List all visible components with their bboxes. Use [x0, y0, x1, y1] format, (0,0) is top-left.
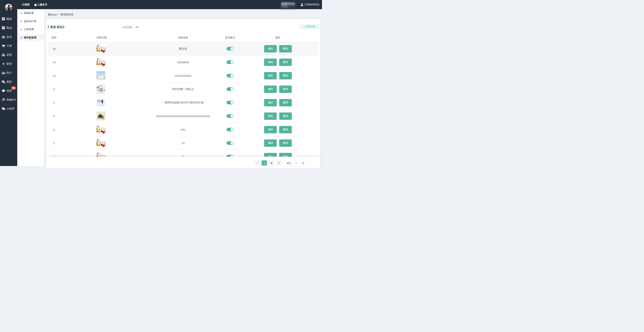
svg-text:手机专区: 手机专区 [97, 100, 102, 102]
svg-text:888元起: 888元起 [97, 102, 100, 103]
svg-text:19:12: 19:12 [102, 100, 103, 101]
